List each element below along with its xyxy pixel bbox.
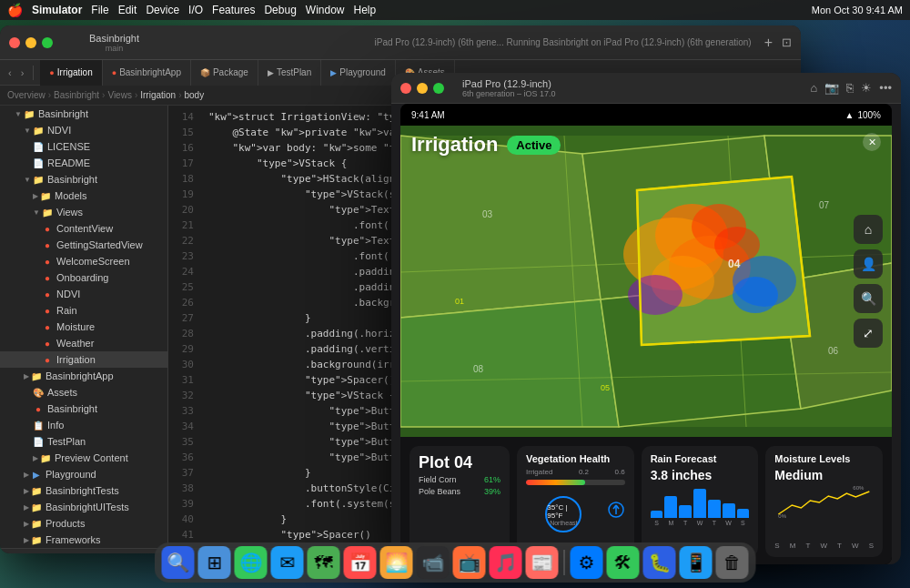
dock-icon-tv[interactable]: 📺 [453,546,486,579]
view-toggle[interactable]: ⊡ [782,35,792,49]
dock-icon-music[interactable]: 🎵 [490,546,522,579]
app-menu-simulator[interactable]: Simulator [32,4,82,16]
sidebar-item-ndvi[interactable]: ▼ 📁 NDVI [0,122,167,138]
sidebar-item-basinbrightapp-group[interactable]: ▶ 📁 BasinbrightApp [0,368,167,384]
menu-help[interactable]: Help [354,4,377,16]
bc-sep-3: › [135,90,137,100]
sim-minimize-button[interactable] [417,83,428,94]
maximize-button[interactable] [42,37,53,48]
bc-views[interactable]: Views [107,90,132,100]
dock-icon-mail[interactable]: ✉ [271,546,304,579]
sidebar-item-license[interactable]: 📄 LICENSE [0,138,167,155]
sidebar-label: Assets [47,387,77,398]
sidebar-item-preview-content[interactable]: ▶ 📁 Preview Content [0,450,167,466]
dock-icon-trash[interactable]: 🗑 [716,546,749,579]
xcode-device-selector[interactable]: iPad Pro (12.9-inch) (6th gene... Runnin… [375,37,752,47]
expand-map-button[interactable]: ⤢ [854,319,883,348]
dock-icon-facetime[interactable]: 📹 [417,546,450,579]
sidebar-item-basinbright-swift[interactable]: ● Basinbright [0,400,167,417]
dock-icon-safari[interactable]: 🌐 [235,546,268,579]
add-button[interactable]: + [764,35,773,51]
bc-basinbright[interactable]: Basinbright [54,90,99,100]
ipad-status-time: 9:41 AM [411,110,445,120]
sidebar-item-readme[interactable]: 📄 README [0,155,167,171]
bc-body[interactable]: body [185,90,205,100]
swift-icon: ● [42,306,53,316]
bc-overview[interactable]: Overview [7,90,46,100]
sidebar-item-testplan[interactable]: 📄 TestPlan [0,433,167,450]
sidebar-item-welcomescreen[interactable]: ● WelcomeScreen [0,253,167,269]
sidebar-item-models[interactable]: ▶ 📁 Models [0,188,167,204]
sidebar-label: BasinbrightUITests [46,502,129,512]
dock-icon-maps[interactable]: 🗺 [308,546,340,579]
sidebar-item-irrigation[interactable]: ● Irrigation [0,351,167,368]
close-overlay-button[interactable]: ✕ [863,133,881,151]
sidebar-item-frameworks[interactable]: ▶ 📁 Frameworks [0,532,167,548]
map-container[interactable]: 04 03 07 08 06 01 05 Irrigation Active ✕ [400,126,892,437]
more-icon[interactable]: ••• [879,81,892,95]
dock-icon-settings[interactable]: ⚙ [571,546,603,579]
tab-irrigation[interactable]: ● Irrigation [40,60,102,86]
dock-icon-calendar[interactable]: 📅 [344,546,377,579]
user-map-button[interactable]: 👤 [854,249,883,279]
bc-irrigation[interactable]: Irrigation [140,90,176,100]
tab-playground[interactable]: ▶ Playground [321,60,396,86]
dock-icon-xcode[interactable]: 🛠 [607,546,640,579]
menu-file[interactable]: File [91,4,108,16]
sim-close-button[interactable] [400,83,411,94]
sidebar-item-views[interactable]: ▼ 📁 Views [0,204,167,220]
sidebar-item-ndvi-view[interactable]: ● NDVI [0,286,167,302]
sidebar-label: Basinbright [38,108,88,119]
sidebar-item-basinbright-tests[interactable]: ▶ 📁 BasinbrightTests [0,482,167,499]
moisture-day-labels: S M T W T W S [774,542,874,550]
back-button[interactable]: ‹ [5,66,15,80]
sidebar-item-info[interactable]: 📋 Info [0,417,167,433]
sidebar-item-basinbright-root[interactable]: ▼ 📁 Basinbright [0,106,167,122]
sidebar-item-onboarding[interactable]: ● Onboarding [0,269,167,286]
sidebar-item-moisture[interactable]: ● Moisture [0,319,167,335]
dock-icon-simulator[interactable]: 📱 [680,546,713,579]
menu-features[interactable]: Features [212,4,255,16]
sidebar-item-basinbright-uitests[interactable]: ▶ 📁 BasinbrightUITests [0,499,167,515]
sidebar-item-products[interactable]: ▶ 📁 Products [0,515,167,532]
menu-device[interactable]: Device [146,4,179,16]
sidebar-item-assets[interactable]: 🎨 Assets [0,384,167,400]
camera-icon[interactable]: 📷 [824,81,839,95]
menu-edit[interactable]: Edit [118,4,137,16]
dock-icon-photos[interactable]: 🌅 [380,546,413,579]
sidebar-item-basinbright-group[interactable]: ▼ 📁 Basinbright [0,171,167,188]
menu-window[interactable]: Window [306,4,345,16]
sidebar-label: Basinbright [47,403,97,414]
tab-basinbright-app[interactable]: ● BasinbrightApp [103,60,191,86]
sidebar-item-playground[interactable]: ▶ ▶ Playground [0,466,167,482]
dock-icon-feedback[interactable]: 🐛 [643,546,676,579]
dock-icon-launchpad[interactable]: ⊞ [198,546,231,579]
air-location: Northeast [550,520,577,526]
copy-icon[interactable]: ⎘ [846,81,854,95]
brightness-icon[interactable]: ☀ [861,81,872,95]
sidebar-item-weather[interactable]: ● Weather [0,335,167,351]
swift-icon: ● [42,355,53,365]
dock-icon-news[interactable]: 📰 [526,546,559,579]
home-map-button[interactable]: ⌂ [854,215,883,244]
apple-menu[interactable]: 🍎 [7,3,23,17]
dock-icon-finder[interactable]: 🔍 [162,546,195,579]
sidebar-item-gettingstarted[interactable]: ● GettingStartedView [0,237,167,253]
menu-debug[interactable]: Debug [264,4,296,16]
minimize-button[interactable] [25,37,36,48]
forward-button[interactable]: › [18,66,27,80]
home-icon[interactable]: ⌂ [810,81,817,95]
close-button[interactable] [9,37,20,48]
tab-testplan[interactable]: ▶ TestPlan [258,60,321,86]
sidebar-item-contentview[interactable]: ● ContentView [0,220,167,237]
tab-package[interactable]: 📦 Package [191,60,258,86]
disclosure-icon: ▶ [24,372,29,380]
dock-divider [564,550,565,575]
folder-icon: 📁 [31,502,42,512]
disclosure-icon: ▶ [24,471,29,479]
menu-io[interactable]: I/O [188,4,203,16]
sim-maximize-button[interactable] [433,83,444,94]
sidebar-label: NDVI [56,289,80,299]
search-map-button[interactable]: 🔍 [854,284,883,313]
sidebar-item-rain[interactable]: ● Rain [0,302,167,319]
